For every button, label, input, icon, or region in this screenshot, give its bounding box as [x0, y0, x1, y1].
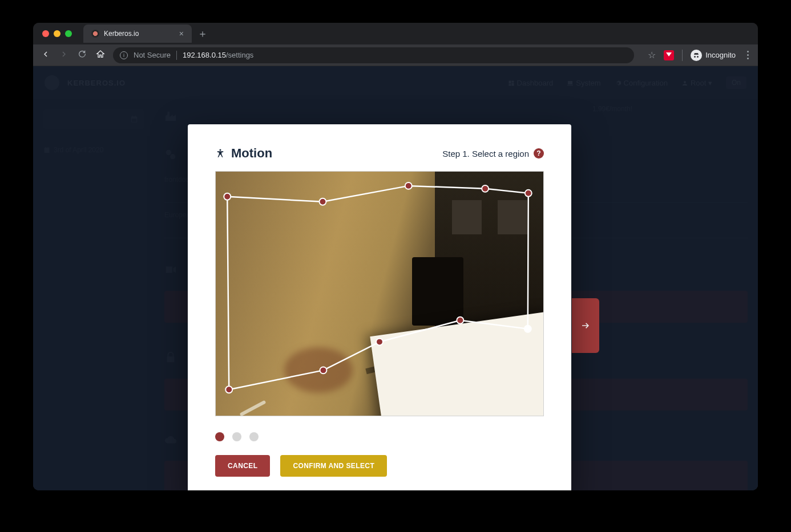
page-content: KERBEROS.IO Dashboard System Configurati… [33, 66, 758, 490]
close-tab-button[interactable]: × [179, 29, 184, 38]
site-info-icon[interactable]: i [120, 51, 128, 59]
motion-region-modal: Motion Step 1. Select a region ? [188, 124, 571, 490]
reload-button[interactable] [78, 50, 87, 61]
region-canvas[interactable] [215, 171, 544, 416]
polygon-vertex[interactable] [320, 367, 326, 373]
incognito-icon [691, 50, 702, 61]
person-icon [215, 148, 225, 159]
home-button[interactable] [96, 50, 105, 61]
separator [176, 51, 177, 60]
minimize-window-button[interactable] [54, 30, 60, 37]
polygon-vertex[interactable] [457, 317, 463, 324]
security-status: Not Secure [134, 51, 171, 59]
polygon-vertex[interactable] [225, 386, 232, 393]
polygon-overlay[interactable] [216, 172, 543, 416]
tab-favicon [91, 30, 99, 38]
pager-dot-2[interactable] [232, 432, 241, 441]
incognito-label: Incognito [705, 51, 736, 59]
polygon-vertex[interactable] [524, 326, 531, 332]
confirm-button[interactable]: CONFIRM AND SELECT [280, 455, 387, 477]
polygon-vertex[interactable] [376, 339, 383, 346]
next-step-button[interactable] [572, 298, 599, 353]
toolbar: i Not Secure 192.168.0.15/settings ☆ Inc… [33, 44, 758, 66]
close-window-button[interactable] [42, 30, 49, 37]
help-icon[interactable]: ? [534, 148, 544, 159]
pager-dot-3[interactable] [249, 432, 259, 441]
pager-dot-1[interactable] [215, 432, 224, 441]
polygon-vertex[interactable] [224, 193, 231, 200]
incognito-indicator: Incognito [691, 50, 736, 61]
browser-window: Kerberos.io × ＋ i Not Secure 192.168.0.1… [33, 23, 758, 490]
polygon-vertex[interactable] [319, 198, 326, 205]
fullscreen-window-button[interactable] [65, 30, 72, 37]
address-bar[interactable]: i Not Secure 192.168.0.15/settings [113, 47, 634, 63]
url-host: 192.168.0.15 [183, 51, 226, 59]
step-pager [215, 432, 544, 441]
polygon-vertex[interactable] [525, 190, 532, 197]
tab-strip: Kerberos.io × ＋ [33, 23, 758, 44]
separator [682, 50, 683, 61]
tab-title: Kerberos.io [104, 30, 139, 38]
arrow-right-icon [580, 320, 591, 331]
forward-button[interactable] [59, 50, 68, 61]
cancel-button[interactable]: CANCEL [215, 455, 270, 477]
back-button[interactable] [41, 50, 50, 61]
new-tab-button[interactable]: ＋ [197, 27, 208, 40]
polygon-vertex[interactable] [482, 185, 489, 192]
browser-menu-button[interactable] [744, 51, 752, 59]
polygon-path [227, 186, 528, 389]
modal-title: Motion [215, 146, 272, 161]
step-indicator: Step 1. Select a region ? [442, 148, 544, 159]
browser-tab[interactable]: Kerberos.io × [83, 25, 192, 43]
window-controls [42, 30, 72, 37]
url-path: /settings [226, 51, 253, 59]
angular-extension-icon[interactable] [664, 50, 674, 60]
polygon-vertex[interactable] [405, 182, 412, 189]
bookmark-icon[interactable]: ☆ [648, 50, 656, 60]
